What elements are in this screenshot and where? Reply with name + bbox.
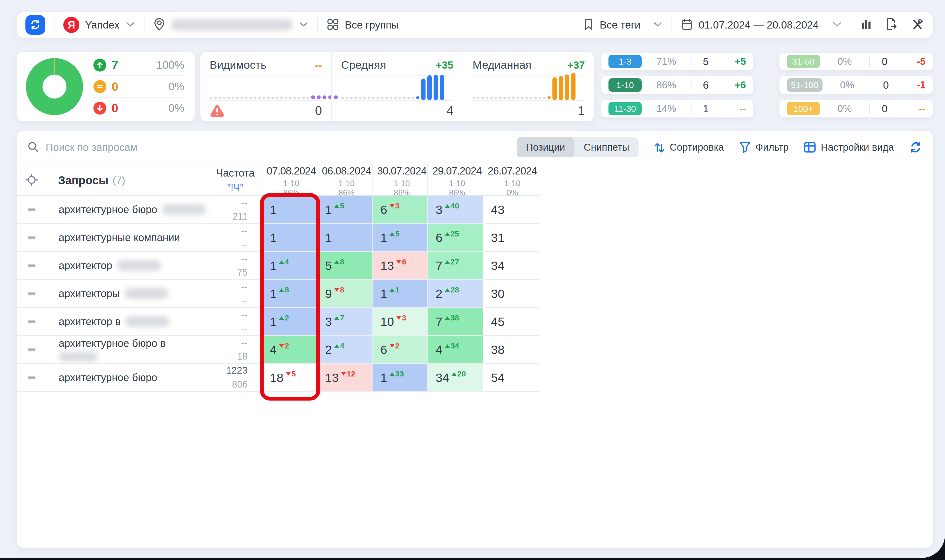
divider — [318, 17, 318, 32]
date-column-header[interactable]: 29.07.20241-1086% — [428, 163, 483, 198]
metric-visibility[interactable]: Видимость -- 0 — [200, 52, 331, 122]
query-cell[interactable]: архитектор — [47, 252, 209, 279]
triangle-down-icon — [390, 344, 395, 348]
drag-handle[interactable] — [28, 348, 35, 351]
bucket-pct: 86% — [649, 80, 683, 91]
funnel-icon — [739, 141, 751, 154]
target-column-header[interactable] — [17, 163, 47, 198]
spark-bar — [559, 76, 563, 100]
chart-icon[interactable] — [860, 18, 872, 31]
filter-button[interactable]: Фильтр — [739, 141, 789, 154]
drag-handle[interactable] — [28, 320, 35, 323]
drag-handle[interactable] — [28, 292, 35, 295]
date-column-header[interactable]: 26.07.20241-100% — [483, 163, 538, 198]
metric-average[interactable]: Средняя +35 4 — [331, 52, 463, 122]
drag-handle[interactable] — [28, 265, 35, 267]
export-icon[interactable] — [886, 18, 897, 32]
tools-icon[interactable] — [911, 18, 924, 32]
position-value: 54 — [491, 371, 504, 385]
position-delta-up: 1 — [390, 285, 399, 294]
date-column-header[interactable]: 30.07.20241-1086% — [373, 163, 428, 198]
position-delta-up: 38 — [445, 314, 459, 322]
query-cell[interactable]: архитектурное бюро — [47, 196, 209, 223]
bucket-card-100+[interactable]: 100+0%0-- — [780, 100, 933, 117]
position-delta-down: 2 — [390, 342, 399, 350]
frequency-mode[interactable]: "!Ч" — [227, 183, 244, 194]
sort-button[interactable]: Сортировка — [654, 141, 724, 154]
tab-positions[interactable]: Позиции — [516, 137, 575, 157]
spark-dot — [521, 97, 524, 99]
query-cell[interactable]: архитекторы — [47, 280, 209, 307]
table-row[interactable]: архитектор в----123710373845 — [17, 308, 539, 336]
delta-value: 8 — [285, 285, 289, 294]
delta-value: 5 — [291, 369, 296, 378]
update-positions-icon[interactable] — [909, 140, 922, 154]
position-cell: 340 — [428, 196, 483, 223]
bucket-card-1-3[interactable]: 1-371%5+5 — [601, 52, 753, 70]
table-row[interactable]: архитектурное бюро1223806185131213334205… — [17, 364, 539, 392]
bucket-card-11-30[interactable]: 11-3014%1-- — [601, 100, 753, 117]
row-drag-cell — [17, 364, 47, 391]
table-row[interactable]: архитектор--75145813672734 — [17, 252, 539, 280]
bucket-card-51-100[interactable]: 51-1000%0-1 — [780, 76, 933, 94]
spark-accent-dot — [311, 95, 315, 99]
search-engine-selector[interactable]: Я Yandex — [63, 17, 135, 33]
position-value: 1 — [270, 231, 277, 245]
spark-dot — [516, 97, 519, 99]
query-cell[interactable]: архитектурные компании — [47, 224, 209, 251]
position-delta-down: 2 — [279, 342, 289, 350]
query-text: архитекторы — [59, 288, 120, 300]
query-text: архитектурное бюро — [59, 372, 157, 383]
query-cell[interactable]: архитектурное бюро — [47, 364, 209, 391]
query-cell[interactable]: архитектор в — [47, 308, 209, 335]
query-cell[interactable]: архитектурное бюро в — [47, 336, 209, 363]
delta-value: 1 — [395, 285, 399, 294]
spark-dot — [223, 97, 225, 99]
metric-median[interactable]: Медианная +37 1 — [462, 52, 594, 122]
search-input[interactable] — [46, 142, 331, 153]
triangle-up-icon — [452, 372, 456, 376]
spark-bar — [552, 77, 557, 100]
drag-handle[interactable] — [28, 237, 35, 239]
drag-handle[interactable] — [28, 208, 35, 211]
date-column-header[interactable]: 06.08.20241-1086% — [318, 163, 373, 198]
date-range-picker[interactable]: 01.07.2024 — 20.08.2024 — [681, 18, 842, 32]
date-column-header[interactable]: 07.08.20241-1086% — [262, 163, 318, 198]
drag-handle[interactable] — [28, 377, 35, 379]
bucket-card-31-50[interactable]: 31-500%0-5 — [780, 52, 933, 70]
table-row[interactable]: архитектурные компании----111562531 — [17, 224, 539, 252]
frequency-column-header[interactable]: Частота "!Ч" — [209, 163, 262, 198]
region-selector[interactable] — [153, 18, 308, 32]
bucket-pct: 0% — [830, 80, 864, 91]
chevron-down-icon — [125, 21, 135, 29]
position-value: 1 — [270, 203, 277, 217]
spark-dot — [254, 97, 256, 99]
delta-value: 40 — [450, 202, 459, 210]
table-row[interactable]: архитектурное бюро в--1842246243438 — [17, 336, 539, 364]
frequency-broad: 75 — [237, 267, 248, 278]
tags-selector[interactable]: Все теги — [584, 18, 663, 32]
spark-dot — [350, 97, 353, 99]
triangle-down-icon — [396, 260, 401, 264]
spark-accent-dot — [416, 96, 419, 99]
delta-value: 2 — [285, 342, 289, 350]
table-row[interactable]: архитекторы----18981122830 — [17, 280, 539, 308]
view-settings-button[interactable]: Настройки вида — [803, 142, 894, 153]
table-row[interactable]: архитектурное бюро--2111156334043 — [17, 196, 539, 224]
spark-bar — [571, 73, 575, 100]
bucket-card-1-10[interactable]: 1-1086%6+6 — [601, 76, 753, 94]
tab-snippets[interactable]: Сниппеты — [575, 137, 638, 157]
refresh-button[interactable] — [25, 15, 45, 35]
spark-dot — [232, 97, 234, 99]
position-value: 3 — [436, 203, 442, 217]
date-range-label: 01.07.2024 — 20.08.2024 — [698, 19, 819, 31]
divider — [54, 17, 54, 32]
query-text: архитектор — [59, 260, 113, 271]
search-icon — [27, 141, 39, 154]
position-delta-up: 28 — [445, 285, 459, 294]
frequency-exact: -- — [241, 225, 248, 236]
groups-selector[interactable]: Все группы — [327, 18, 399, 32]
spark-dot — [345, 97, 348, 99]
queries-header-label: Запросы — [58, 174, 108, 187]
position-cell: 38 — [483, 336, 538, 363]
